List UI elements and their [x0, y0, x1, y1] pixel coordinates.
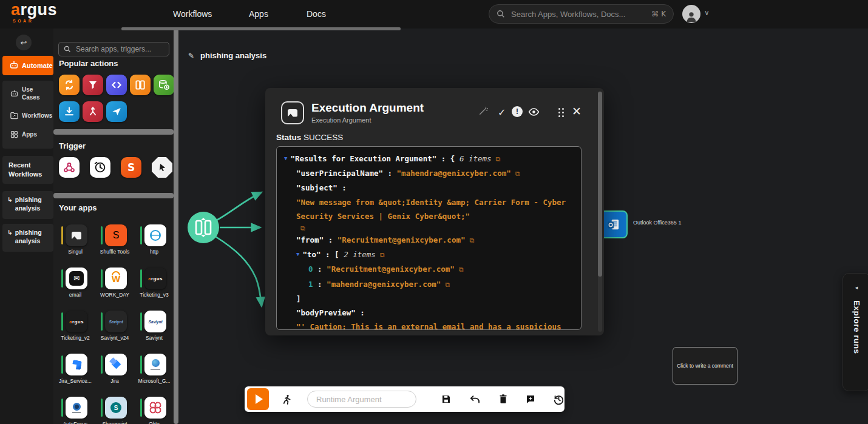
json-line: "from" : "Recruitment@genixcyber.com"⧉: [283, 233, 575, 247]
json-line: "subject" :: [283, 181, 575, 195]
app-accent: [61, 226, 63, 244]
app-work-day[interactable]: WWORK_DAY: [97, 268, 133, 298]
app-autofocus[interactable]: AutoFocus: [57, 397, 93, 424]
global-search-input[interactable]: [510, 9, 651, 19]
jira-app-icon: [105, 354, 127, 375]
json-key: "bodyPreview": [296, 308, 356, 317]
dialog-scrollbar-thumb[interactable]: [598, 92, 602, 277]
app-ticketing-v3[interactable]: argusTicketing_v3: [136, 268, 172, 298]
app-shuffle-tools[interactable]: SShuffle Tools: [97, 224, 133, 255]
error-count-icon[interactable]: !: [512, 106, 523, 117]
shuffle-trigger-icon[interactable]: S: [121, 157, 141, 178]
close-icon[interactable]: ✕: [572, 104, 581, 118]
copy-icon[interactable]: ⧉: [496, 155, 501, 163]
nav-workflows[interactable]: Workflows: [173, 9, 212, 19]
play-button[interactable]: [247, 388, 269, 410]
app-jira-service-[interactable]: Jira_Service...: [57, 354, 93, 384]
start-node[interactable]: [188, 212, 219, 243]
app-sharepoint[interactable]: Sharepoint: [97, 397, 133, 424]
logo-rest: rgus: [21, 1, 58, 19]
copy-icon[interactable]: ⧉: [300, 224, 305, 232]
delete-icon[interactable]: [498, 394, 508, 405]
webhook-trigger-icon[interactable]: [59, 157, 80, 178]
json-idx: 0: [308, 264, 313, 274]
app-saviynt-v24[interactable]: SaviyntSaviynt_v24: [97, 311, 133, 341]
add-comment-icon[interactable]: [525, 394, 536, 405]
apps-search-input[interactable]: [75, 44, 164, 54]
app-okta[interactable]: Okta: [136, 397, 172, 424]
search-icon: [64, 45, 71, 53]
merge-action-icon[interactable]: [83, 101, 103, 122]
sidebar-item-use-cases[interactable]: Use Cases: [2, 81, 53, 106]
drag-handle-icon[interactable]: [558, 108, 564, 117]
save-icon[interactable]: [441, 394, 452, 405]
copy-icon[interactable]: ⧉: [380, 251, 385, 259]
app-label: Microsoft_G...: [136, 378, 172, 384]
app-label: Okta: [136, 421, 172, 424]
logo-soar: SOAR: [11, 19, 57, 23]
eye-icon[interactable]: [528, 107, 540, 119]
app-jira[interactable]: Jira: [97, 354, 133, 384]
app-microsoft-g-[interactable]: Microsoft_G...: [136, 354, 172, 384]
sidebar-item-apps[interactable]: Apps: [2, 125, 53, 144]
copy-icon[interactable]: ⧉: [515, 170, 520, 178]
panel-divider[interactable]: [53, 129, 174, 135]
filter-action-icon[interactable]: [83, 75, 103, 95]
magic-wand-icon[interactable]: [478, 106, 489, 119]
panel-divider[interactable]: [53, 193, 174, 198]
workflow-canvas[interactable]: ✎ phishing analysis Outlook Off: [179, 29, 868, 424]
history-icon[interactable]: [553, 394, 565, 405]
recent-workflow-item[interactable]: ↳phishing analysis: [2, 224, 53, 252]
edge-bottom[interactable]: [215, 237, 262, 306]
json-items: 6 items: [459, 154, 492, 163]
copy-icon[interactable]: ⧉: [459, 266, 464, 274]
chevron-down-icon[interactable]: ∨: [704, 8, 710, 17]
saviynt-dark-app-icon: Saviynt: [105, 311, 127, 332]
app-singul[interactable]: Singul: [57, 224, 93, 255]
sidebar-item-workflows[interactable]: Workflows: [2, 106, 53, 125]
translate-action-icon[interactable]: [130, 75, 151, 95]
json-key: "subject": [296, 183, 337, 192]
send-action-icon[interactable]: [106, 101, 127, 122]
code-action-icon[interactable]: [106, 75, 127, 95]
explore-runs-tab[interactable]: ◂ Explore runs: [843, 273, 868, 391]
apps-search[interactable]: [58, 42, 169, 56]
nav-docs[interactable]: Docs: [307, 9, 326, 19]
copy-icon[interactable]: ⧉: [469, 237, 474, 244]
database-add-action-icon[interactable]: [154, 75, 174, 95]
json-p: :: [337, 183, 347, 192]
sidebar-collapse-button[interactable]: ↩: [16, 35, 32, 50]
json-key: "userPrincipalName": [296, 169, 383, 178]
copy-icon[interactable]: ⧉: [445, 281, 450, 289]
schedule-trigger-icon[interactable]: [90, 157, 110, 178]
argus-logo[interactable]: argus SOAR: [11, 2, 57, 23]
check-icon[interactable]: ✓: [498, 107, 506, 118]
run-person-icon[interactable]: [281, 394, 293, 405]
user-input-trigger-icon[interactable]: [152, 157, 172, 178]
sidebar-nav-group: Use Cases Workflows Apps: [2, 81, 53, 149]
recent-workflow-item[interactable]: ↳phishing analysis: [2, 191, 53, 219]
download-action-icon[interactable]: [59, 101, 80, 122]
expand-icon[interactable]: ▼: [296, 251, 299, 257]
avatar[interactable]: [682, 5, 700, 23]
expand-icon[interactable]: ▼: [284, 155, 287, 161]
jira-service-app-icon: [66, 354, 87, 375]
app-ticketing-v2[interactable]: argusTicketing_v2: [57, 311, 93, 341]
nav-apps[interactable]: Apps: [249, 9, 268, 19]
undo-icon[interactable]: [469, 394, 481, 405]
sidebar-item-automate[interactable]: Automate: [2, 56, 53, 75]
json-p: :: [356, 308, 365, 317]
vertical-scrollbar[interactable]: [174, 29, 178, 424]
runtime-argument-input[interactable]: [307, 391, 416, 408]
status-value: SUCCESS: [303, 133, 343, 142]
app-http[interactable]: http: [136, 224, 172, 255]
edge-top[interactable]: [217, 192, 262, 220]
global-search[interactable]: ⌘ K: [489, 4, 674, 24]
repeat-action-icon[interactable]: [59, 75, 80, 95]
horizontal-scrollbar[interactable]: [121, 27, 401, 30]
comment-box[interactable]: Click to write a comment: [673, 347, 737, 385]
app-email[interactable]: email: [57, 268, 93, 298]
json-result-viewer[interactable]: ▼"Results for Execution Argument" : { 6 …: [276, 146, 581, 330]
argus-app-icon: argus: [66, 311, 87, 332]
app-saviynt[interactable]: SaviyntSaviynt: [136, 311, 172, 341]
